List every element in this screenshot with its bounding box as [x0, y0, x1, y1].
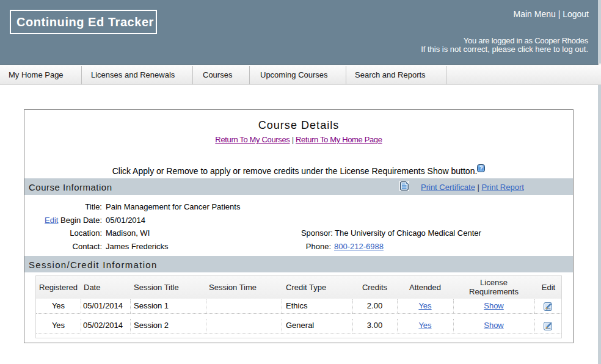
svg-text:?: ?	[479, 165, 483, 172]
